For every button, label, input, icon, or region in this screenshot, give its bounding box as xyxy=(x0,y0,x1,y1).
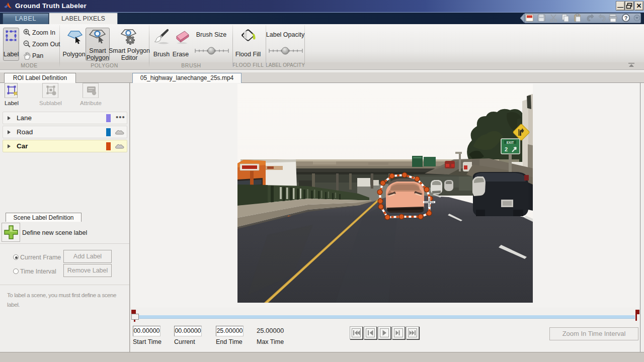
svg-text:2: 2 xyxy=(505,146,508,152)
svg-text:EXIT: EXIT xyxy=(507,141,514,144)
svg-text:?: ? xyxy=(624,15,628,21)
